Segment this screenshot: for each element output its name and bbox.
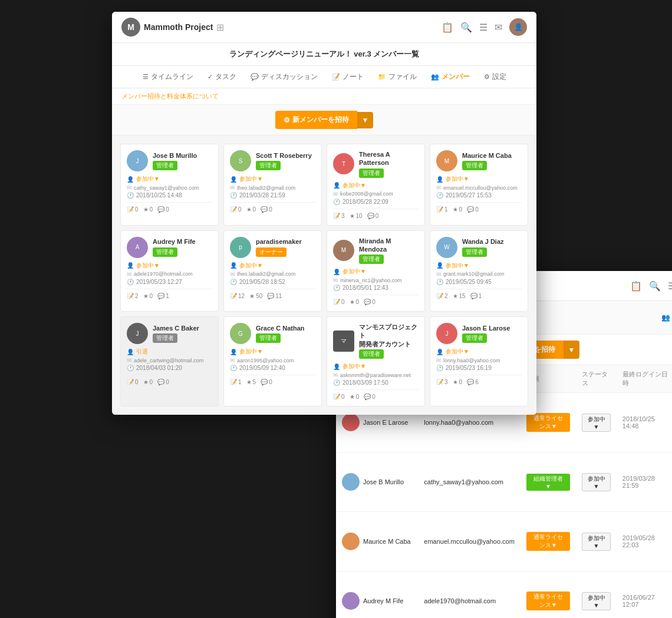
member-card-3[interactable]: M Maurice M Caba 管理者 👤 参加中▼ ✉ emanuel.mc… bbox=[430, 144, 528, 226]
tab-settings[interactable]: ⚙ 設定 bbox=[477, 70, 513, 84]
members-grid: J Jose B Murillo 管理者 👤 参加中▼ ✉ cathy_sawa… bbox=[112, 136, 536, 415]
member-badge-2: 管理者 bbox=[359, 168, 384, 178]
grid-icon[interactable]: ⊞ bbox=[216, 22, 224, 33]
member-header-3: M Maurice M Caba 管理者 bbox=[436, 150, 522, 171]
mail-icon-front[interactable]: ✉ bbox=[495, 22, 502, 33]
member-email-0: ✉ cathy_saway1@yahoo.com bbox=[127, 184, 212, 191]
star-stat-value-5: 50 bbox=[256, 293, 262, 299]
member-role-2[interactable]: 👤 参加中▼ bbox=[333, 181, 419, 190]
name-cell-2: Maurice M Caba bbox=[342, 533, 412, 550]
tab-member[interactable]: 👥 メンバー bbox=[424, 70, 477, 84]
search-icon[interactable]: 🔍 bbox=[649, 280, 661, 292]
member-card-2[interactable]: T Theresa A Patterson 管理者 👤 参加中▼ ✉ kobe2… bbox=[327, 144, 425, 226]
member-card-4[interactable]: A Audrey M Fife 管理者 👤 参加中▼ ✉ adele1970@h… bbox=[120, 230, 219, 312]
tab-note[interactable]: 📝 ノート bbox=[325, 70, 371, 84]
email-value-8: adele_cartwing@hotmail.com bbox=[134, 358, 203, 363]
member-role-0[interactable]: 👤 参加中▼ bbox=[127, 175, 212, 183]
menu-icon[interactable]: ☰ bbox=[668, 280, 672, 292]
table-row-3[interactable]: Audrey M Fife adele1970@hotmail.com 通常ライ… bbox=[336, 571, 672, 619]
stat-comments-10: 💬 0 bbox=[364, 394, 375, 400]
stat-comments-2: 💬 0 bbox=[367, 213, 379, 219]
member-role-7[interactable]: 👤 参加中▼ bbox=[436, 262, 522, 270]
member-card-1[interactable]: S Scott T Roseberry 管理者 👤 参加中▼ ✉ theo.la… bbox=[223, 144, 322, 226]
member-card-11[interactable]: J Jason E Larose 管理者 👤 参加中▼ ✉ lonny.haa0… bbox=[430, 316, 528, 407]
member-stats-6: 📝 0 ★ 0 💬 0 bbox=[333, 295, 419, 305]
comment-stat-icon-4: 💬 bbox=[157, 293, 164, 299]
role-btn-3[interactable]: 通常ライセンス▼ bbox=[526, 591, 570, 610]
tab-file[interactable]: 📁 ファイル bbox=[371, 70, 424, 84]
tab-task[interactable]: ✓ タスク bbox=[200, 70, 243, 84]
member-card-8[interactable]: J James C Baker 管理者 👤 引退 ✉ adele_cartwin… bbox=[120, 316, 219, 407]
member-avatar-2: T bbox=[333, 153, 354, 174]
member-card-0[interactable]: J Jose B Murillo 管理者 👤 参加中▼ ✉ cathy_sawa… bbox=[120, 144, 219, 226]
member-role-4[interactable]: 👤 参加中▼ bbox=[127, 262, 212, 270]
td-role-2[interactable]: 通常ライセンス▼ bbox=[521, 512, 576, 571]
email-icon-11: ✉ bbox=[436, 357, 441, 363]
member-role-10[interactable]: 👤 参加中▼ bbox=[333, 362, 419, 371]
member-role-9[interactable]: 👤 参加中▼ bbox=[230, 348, 315, 356]
star-stat-icon-11: ★ bbox=[453, 379, 458, 385]
member-role-1[interactable]: 👤 参加中▼ bbox=[230, 175, 315, 183]
member-card-9[interactable]: G Grace C Nathan 管理者 👤 参加中▼ ✉ aaron1995@… bbox=[223, 316, 322, 407]
member-avatar-3: M bbox=[436, 150, 457, 171]
member-role-8[interactable]: 👤 引退 bbox=[127, 348, 212, 356]
tab-discussion[interactable]: 💬 ディスカッション bbox=[243, 70, 325, 84]
td-status-3[interactable]: 参加中▼ bbox=[576, 571, 617, 619]
user-avatar-front[interactable]: 👤 bbox=[509, 18, 527, 36]
member-stats-4: 📝 2 ★ 0 💬 1 bbox=[127, 289, 212, 299]
member-card-5[interactable]: p paradisemaker オーナー 👤 参加中▼ ✉ theo.labad… bbox=[223, 230, 322, 312]
menu-icon-front[interactable]: ☰ bbox=[479, 22, 487, 33]
date-value-9: 2019/05/09 12:40 bbox=[239, 365, 285, 371]
comment-stat-value-4: 1 bbox=[166, 293, 169, 299]
td-role-3[interactable]: 通常ライセンス▼ bbox=[521, 571, 576, 619]
status-btn-3[interactable]: 参加中▼ bbox=[582, 592, 611, 610]
td-role-1[interactable]: 組織管理者▼ bbox=[521, 452, 576, 512]
member-card-10[interactable]: マ マンモスプロジェクト開発者アカウント 管理者 👤 参加中▼ ✉ asknmm… bbox=[327, 316, 425, 407]
role-btn-1[interactable]: 組織管理者▼ bbox=[526, 474, 570, 491]
member-date-3: 🕐 2019/05/27 15:53 bbox=[436, 192, 522, 199]
project-title: ランディングページリニューアル！ ver.3 メンバー一覧 bbox=[229, 49, 420, 58]
stat-notes-1: 📝 0 bbox=[230, 206, 242, 213]
td-status-1[interactable]: 参加中▼ bbox=[576, 452, 617, 512]
email-value-3: emanuel.mccullou@yahoo.com bbox=[443, 185, 518, 191]
file-icon: 📁 bbox=[378, 73, 386, 81]
tab-timeline[interactable]: ☰ タイムライン bbox=[136, 70, 200, 84]
role-label-1: 参加中▼ bbox=[239, 175, 263, 183]
member-avatar-0: J bbox=[127, 150, 148, 171]
invite-dropdown-arrow[interactable]: ▼ bbox=[357, 112, 374, 128]
role-btn-2[interactable]: 通常ライセンス▼ bbox=[526, 532, 570, 551]
table-row-1[interactable]: Jose B Murillo cathy_saway1@yahoo.com 組織… bbox=[336, 452, 672, 512]
date-value-10: 2018/03/09 17:50 bbox=[342, 379, 388, 386]
status-btn-2[interactable]: 参加中▼ bbox=[582, 533, 611, 551]
member-role-11[interactable]: 👤 参加中▼ bbox=[436, 348, 522, 356]
date-icon-10: 🕐 bbox=[333, 379, 340, 386]
member-card-7[interactable]: W Wanda J Diaz 管理者 👤 参加中▼ ✉ grant.mark10… bbox=[430, 230, 528, 312]
notes-icon[interactable]: 📋 bbox=[630, 280, 642, 292]
status-btn-1[interactable]: 参加中▼ bbox=[582, 473, 611, 491]
invite-button[interactable]: ⚙ 新メンバーを招待 bbox=[275, 111, 357, 129]
back-invite-dropdown[interactable]: ▼ bbox=[564, 341, 580, 359]
stat-comments-6: 💬 0 bbox=[364, 299, 375, 305]
member-role-5[interactable]: 👤 参加中▼ bbox=[230, 262, 315, 270]
search-icon-front[interactable]: 🔍 bbox=[460, 22, 472, 33]
date-value-2: 2018/05/28 22:09 bbox=[342, 199, 388, 205]
star-stat-icon-9: ★ bbox=[246, 379, 252, 385]
notes-stat-icon-11: 📝 bbox=[436, 379, 443, 385]
stat-stars-6: ★ 0 bbox=[350, 299, 360, 305]
member-info-11: Jason E Larose 管理者 bbox=[462, 324, 510, 343]
member-role-3[interactable]: 👤 参加中▼ bbox=[436, 175, 522, 183]
member-role-6[interactable]: 👤 参加中▼ bbox=[333, 267, 419, 276]
member-badge-4: 管理者 bbox=[153, 247, 177, 257]
table-row-2[interactable]: Maurice M Caba emanuel.mccullou@yahoo.co… bbox=[336, 512, 672, 571]
member-card-6[interactable]: M Miranda M Mendoza 管理者 👤 参加中▼ ✉ minerva… bbox=[327, 230, 425, 312]
status-btn-0[interactable]: 参加中▼ bbox=[582, 414, 611, 432]
td-status-0[interactable]: 参加中▼ bbox=[576, 393, 617, 452]
role-btn-0[interactable]: 通常ライセンス▼ bbox=[526, 413, 570, 432]
comment-stat-icon-8: 💬 bbox=[157, 379, 164, 385]
td-status-2[interactable]: 参加中▼ bbox=[576, 512, 617, 571]
email-icon-8: ✉ bbox=[127, 357, 131, 363]
role-icon-1: 👤 bbox=[230, 176, 237, 183]
notes-icon-front[interactable]: 📋 bbox=[442, 22, 453, 33]
member-stats-1: 📝 0 ★ 0 💬 0 bbox=[230, 202, 315, 213]
info-link[interactable]: メンバー招待と料金体系について bbox=[121, 92, 219, 100]
